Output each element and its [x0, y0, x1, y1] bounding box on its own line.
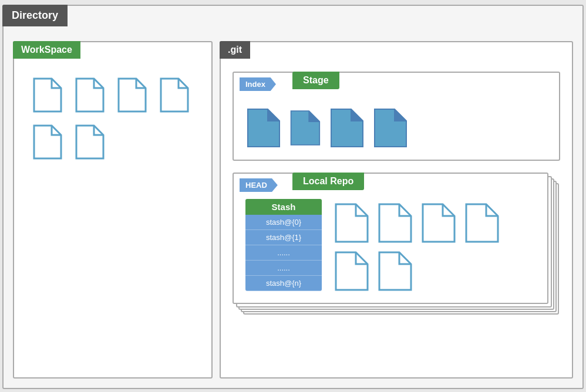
- content-area: WorkSpace: [4, 6, 582, 388]
- stage-file-4: [372, 108, 407, 148]
- stash-header: Stash: [245, 199, 322, 215]
- stage-file-3: [329, 108, 364, 148]
- stage-files: [245, 108, 547, 148]
- stage-file-2: [289, 108, 321, 148]
- index-arrow-container: Index: [240, 77, 276, 91]
- workspace-file-4: [159, 77, 189, 113]
- main-container: Directory WorkSpace: [2, 5, 584, 389]
- stash-section: Stash stash@{0} stash@{1} ...... ...... …: [245, 199, 322, 291]
- workspace-file-6: [74, 124, 105, 160]
- head-arrow-container: HEAD: [240, 178, 278, 192]
- workspace-label: WorkSpace: [13, 41, 80, 59]
- stash-item-1: stash@{1}: [245, 230, 322, 245]
- stage-file-1: [245, 108, 281, 148]
- repo-files-row2: [334, 251, 536, 291]
- repo-file-4: [464, 203, 499, 243]
- workspace-file-3: [116, 77, 147, 113]
- repo-file-1: [334, 203, 369, 243]
- workspace-files: [14, 42, 211, 171]
- repo-files-area: [334, 203, 536, 291]
- repo-file-6: [377, 251, 412, 291]
- head-arrow-label: HEAD: [240, 178, 278, 192]
- stash-item-0: stash@{0}: [245, 215, 322, 230]
- index-arrow-label: Index: [240, 77, 276, 91]
- page-title: Directory: [2, 5, 68, 26]
- workspace-panel: WorkSpace: [13, 41, 213, 379]
- stage-area: Index Stage: [233, 72, 560, 161]
- repo-file-2: [377, 203, 412, 243]
- repo-file-3: [420, 203, 456, 243]
- git-content: Index Stage: [221, 42, 572, 333]
- git-label: .git: [220, 41, 250, 59]
- stash-item-dots-1: ......: [245, 245, 322, 261]
- workspace-file-5: [32, 124, 62, 160]
- repo-file-5: [334, 251, 369, 291]
- workspace-file-1: [32, 77, 62, 113]
- repo-main: HEAD Local Repo: [233, 173, 548, 304]
- repo-files-row1: [334, 203, 536, 243]
- repo-wrapper: HEAD Local Repo: [233, 173, 548, 304]
- workspace-file-2: [74, 77, 105, 113]
- local-repo-label: Local Repo: [292, 173, 364, 190]
- stage-label: Stage: [292, 72, 339, 89]
- stash-item-dots-2: ......: [245, 261, 322, 276]
- stash-item-n: stash@{n}: [245, 276, 322, 291]
- git-panel: .git Index Stage: [220, 41, 573, 379]
